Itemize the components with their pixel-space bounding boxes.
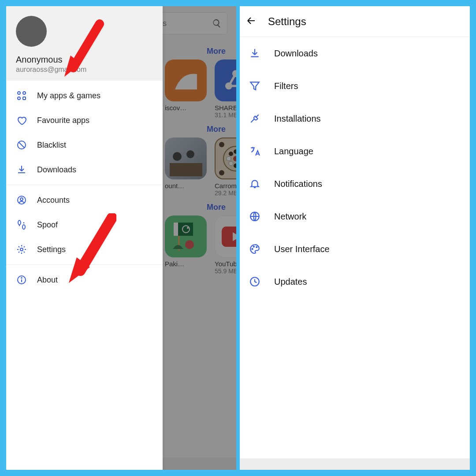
svg-point-6 (186, 150, 194, 158)
right-screenshot: Settings Downloads Filters Installations… (240, 6, 470, 470)
settings-label: Notifications (274, 179, 322, 189)
app-title: ount… (165, 182, 207, 190)
account-icon (16, 195, 27, 205)
svg-rect-4 (170, 163, 202, 176)
svg-point-26 (185, 240, 194, 249)
app-title: Carrom Poo… (215, 182, 236, 190)
app-graphic: lo (173, 67, 199, 94)
settings-label: Filters (274, 81, 298, 91)
app-card[interactable]: Carrom Poo… 29.2 MB (215, 138, 236, 197)
menu-accounts[interactable]: Accounts (6, 188, 163, 212)
app-title: SHAREit - Tr… (215, 104, 236, 112)
bell-icon (249, 178, 260, 190)
avatar (16, 16, 47, 47)
svg-point-42 (21, 278, 22, 279)
app-sub: 31.1 MB✓ (215, 112, 236, 119)
arrow-left-icon (246, 15, 257, 26)
svg-point-47 (253, 246, 254, 247)
app-card[interactable]: Paki… (165, 216, 207, 275)
settings-downloads[interactable]: Downloads (240, 37, 470, 70)
settings-label: Installations (274, 114, 321, 124)
menu-label: Settings (37, 245, 66, 254)
annotation-arrow-1 (64, 19, 104, 78)
settings-label: Downloads (274, 48, 318, 59)
language-icon (249, 145, 260, 157)
settings-label: Updates (274, 277, 307, 287)
app-card[interactable]: SHAREit - Tr… 31.1 MB✓ (215, 60, 236, 119)
svg-point-10 (234, 164, 237, 168)
more-link-3[interactable]: More (165, 197, 227, 216)
game-art (166, 139, 206, 178)
updates-icon (249, 276, 260, 287)
svg-point-11 (227, 156, 231, 161)
annotation-arrow-2 (68, 213, 116, 286)
heart-icon (16, 115, 27, 126)
menu-label: Blacklist (37, 141, 66, 150)
settings-label: Language (274, 146, 313, 156)
svg-point-19 (219, 170, 224, 175)
settings-label: User Interface (274, 244, 330, 254)
app-card[interactable]: lo iscov… (165, 60, 207, 119)
palette-icon (249, 243, 260, 255)
app-sub: 29.2 MB (215, 190, 236, 197)
svg-line-34 (19, 142, 24, 148)
download-icon (249, 48, 260, 59)
menu-label: My apps & games (37, 91, 100, 100)
settings-title: Settings (268, 15, 306, 28)
svg-point-46 (252, 249, 253, 249)
menu-label: Favourite apps (37, 116, 89, 125)
svg-point-13 (229, 152, 233, 156)
settings-notifications[interactable]: Notifications (240, 167, 470, 200)
svg-rect-32 (23, 97, 26, 100)
app-sub: 55.9 MB (215, 268, 236, 275)
settings-updates[interactable]: Updates (240, 265, 470, 298)
filter-icon (249, 80, 260, 92)
app-card[interactable]: ount… (165, 138, 207, 197)
svg-text:lo: lo (179, 82, 186, 90)
svg-point-30 (23, 92, 26, 94)
menu-label: Accounts (37, 196, 70, 205)
globe-icon (249, 211, 260, 222)
search-box[interactable]: es (152, 12, 227, 34)
menu-favourite[interactable]: Favourite apps (6, 108, 163, 133)
settings-icon (16, 244, 27, 255)
left-screenshot: es More lo iscov… (6, 6, 236, 470)
app-title: Paki… (165, 260, 207, 268)
app-title: YouTube Kid… (215, 260, 236, 268)
svg-point-48 (256, 247, 257, 248)
blocked-icon (16, 140, 27, 150)
svg-point-24 (187, 227, 189, 229)
carrom-icon (218, 141, 237, 176)
shadow-bar (240, 458, 470, 470)
menu-label: About (37, 275, 58, 285)
menu-my-apps[interactable]: My apps & games (6, 83, 163, 108)
settings-header: Settings (240, 6, 470, 37)
spoof-icon (16, 219, 27, 230)
more-link-2[interactable]: More (165, 119, 227, 138)
settings-language[interactable]: Language (240, 135, 470, 167)
info-icon (16, 275, 27, 285)
settings-ui[interactable]: User Interface (240, 233, 470, 265)
svg-point-17 (219, 142, 224, 147)
settings-installations[interactable]: Installations (240, 102, 470, 135)
back-button[interactable] (246, 15, 257, 28)
svg-point-5 (173, 152, 182, 161)
menu-blacklist[interactable]: Blacklist (6, 133, 163, 157)
svg-point-29 (18, 92, 20, 94)
svg-point-37 (18, 220, 21, 225)
search-icon (212, 19, 222, 28)
download-icon (16, 164, 27, 175)
settings-filters[interactable]: Filters (240, 70, 470, 102)
flag-art (168, 219, 204, 254)
menu-downloads[interactable]: Downloads (6, 157, 163, 182)
apps-icon (16, 90, 27, 101)
svg-point-8 (233, 156, 237, 161)
svg-point-38 (22, 225, 25, 229)
svg-point-36 (20, 198, 23, 201)
svg-rect-22 (174, 223, 178, 236)
app-card[interactable]: YouTube Kid… 55.9 MB (215, 216, 236, 275)
svg-point-31 (18, 97, 20, 100)
more-link-1[interactable]: More (165, 41, 227, 60)
svg-point-16 (229, 161, 233, 166)
settings-network[interactable]: Network (240, 200, 470, 233)
